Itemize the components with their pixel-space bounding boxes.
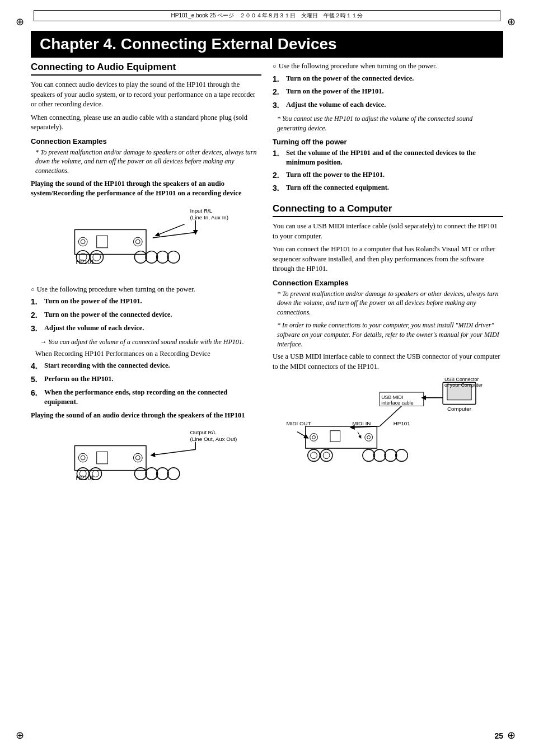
computer-section-title: Connecting to a Computer [273,203,503,217]
svg-point-16 [157,251,169,264]
svg-point-60 [311,452,317,459]
reg-mark-bl [16,729,27,740]
connection-examples-left: Connection Examples [31,137,261,145]
svg-rect-53 [330,431,340,442]
circle-bullet-left: Use the following procedure when turning… [31,285,261,295]
input-diagram-container: Input R/L (Line In, Aux In) HP101 [31,204,261,279]
svg-text:(Line In, Aux In): (Line In, Aux In) [190,214,228,220]
list-item: 1. Turn on the power of the HP101. [31,297,261,308]
left-column: Connecting to Audio Equipment You can co… [31,62,261,725]
svg-line-38 [153,449,196,455]
turning-off-steps: 1. Set the volume of the HP101 and of th… [273,148,503,194]
left-warning: * To prevent malfunction and/or damage t… [35,148,261,176]
svg-point-63 [363,449,375,462]
left-intro-1: You can connect audio devices to play th… [31,80,261,110]
right-warning-2: * In order to make connections to your c… [277,321,503,349]
output-diagram-container: Output R/L (Line Out, Aux Out) HP101 [31,426,261,495]
computer-intro-1: You can use a USB MIDI interface cable (… [273,222,503,241]
svg-text:Computer: Computer [447,406,472,412]
svg-point-62 [323,452,330,459]
svg-point-6 [133,237,142,246]
left-section-title: Connecting to Audio Equipment [31,62,261,76]
left-intro-2: When connecting, please use an audio cab… [31,113,261,133]
svg-line-2 [157,224,185,235]
turning-off-title: Turning off the power [273,138,503,146]
reg-mark-tr [507,16,518,27]
output-diagram: Output R/L (Line Out, Aux Out) HP101 [31,426,261,493]
svg-text:interface cable: interface cable [381,400,413,406]
svg-text:USB Connector: USB Connector [444,377,479,383]
page-number: 25 [494,731,503,740]
svg-point-65 [385,449,397,462]
left-subtitle-1: Playing the sound of the HP101 through t… [31,179,261,199]
reg-mark-tl [16,16,27,27]
computer-diagram: USB Connector of your Computer Computer … [273,376,503,466]
svg-text:MIDI OUT: MIDI OUT [287,420,311,426]
right-column: Use the following procedure when turning… [273,62,503,725]
list-item: 2. Turn off the power to the HP101. [273,170,503,181]
list-item: 3. Turn off the connected equipment. [273,183,503,194]
reg-mark-br [507,729,518,740]
list-item: 2. Turn on the power of the HP101. [273,87,503,98]
list-item: 1. Set the volume of the HP101 and of th… [273,148,503,168]
svg-point-25 [133,453,142,462]
steps-list-2: 4. Start recording with the connected de… [31,361,261,407]
svg-text:of your Computer: of your Computer [444,383,483,388]
list-item: 4. Start recording with the connected de… [31,361,261,372]
circle-bullet-right: Use the following procedure when turning… [273,62,503,72]
svg-point-49 [310,434,318,442]
svg-point-36 [167,468,180,480]
list-item: 5. Perform on the HP101. [31,374,261,386]
svg-point-51 [365,434,373,442]
svg-text:MIDI IN: MIDI IN [352,420,371,426]
chapter-title: Chapter 4. Connecting External Devices [31,31,503,58]
svg-point-15 [146,251,158,264]
svg-point-23 [78,453,87,462]
svg-text:HP101: HP101 [394,420,410,426]
svg-text:Input R/L: Input R/L [190,208,212,214]
right-warning-1: * To prevent malfunction and/or damage t… [277,289,503,317]
svg-point-64 [373,449,386,462]
list-item: 3. Adjust the volume of each device. [31,323,261,335]
usb-note: Use a USB MIDI interface cable to connec… [273,352,503,372]
svg-text:USB MIDI: USB MIDI [381,395,403,400]
page: HP101_e.book 25 ページ ２００４年８月３１日 火曜日 午後２時１… [0,0,534,756]
input-diagram: Input R/L (Line In, Aux In) HP101 [31,204,261,277]
recording-note: When Recording HP101 Performances on a R… [35,349,261,359]
svg-line-19 [153,232,196,238]
computer-intro-2: You can connect the HP101 to a computer … [273,245,503,274]
list-item: 2. Turn on the power of the connected de… [31,310,261,321]
connection-examples-right: Connection Examples [273,279,503,287]
left-subtitle-2: Playing the sound of an audio device thr… [31,411,261,421]
svg-point-4 [78,237,87,246]
svg-text:Output  R/L: Output R/L [190,429,217,435]
svg-rect-27 [97,452,108,464]
svg-rect-8 [97,236,108,248]
steps-list-1: 1. Turn on the power of the HP101. 2. Tu… [31,297,261,334]
svg-point-35 [157,468,169,480]
right-steps-1: 1. Turn on the power of the connected de… [273,74,503,111]
svg-point-66 [396,449,408,462]
content-area: Connecting to Audio Equipment You can co… [31,62,503,725]
svg-point-61 [320,449,332,462]
list-item: 6. When the performance ends, stop recor… [31,388,261,407]
chapter-title-text: Chapter 4. Connecting External Devices [40,35,337,53]
arrow-note: You can adjust the volume of a connected… [40,337,261,347]
svg-point-59 [308,449,320,462]
svg-text:(Line Out, Aux Out): (Line Out, Aux Out) [190,436,237,442]
list-item: 1. Turn on the power of the connected de… [273,74,503,85]
page-header: HP101_e.book 25 ページ ２００４年８月３１日 火曜日 午後２時１… [34,10,500,21]
svg-point-32 [92,471,99,477]
right-italic-note: * You cannot use the HP101 to adjust the… [277,114,503,133]
svg-point-17 [167,251,180,264]
svg-point-34 [146,468,158,480]
header-text: HP101_e.book 25 ページ ２００４年８月３１日 火曜日 午後２時１… [171,12,363,20]
computer-diagram-container: USB Connector of your Computer Computer … [273,376,503,466]
list-item: 3. Adjust the volume of each device. [273,100,503,111]
